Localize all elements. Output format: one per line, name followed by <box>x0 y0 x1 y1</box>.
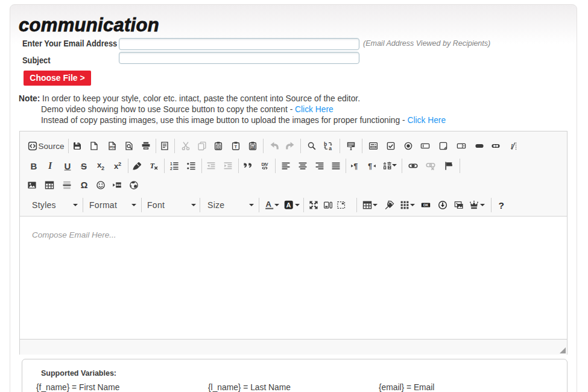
svg-text:?: ? <box>498 200 504 210</box>
svg-text:T: T <box>235 144 238 150</box>
svg-text:A: A <box>286 201 291 209</box>
svg-text:W: W <box>251 145 255 148</box>
svg-text:b: b <box>324 141 327 147</box>
svg-text:A: A <box>266 200 272 209</box>
svg-text:Ω: Ω <box>81 180 88 190</box>
svg-text:¶: ¶ <box>368 162 372 170</box>
svg-text:2: 2 <box>170 166 172 170</box>
svg-text:OK: OK <box>423 203 429 207</box>
svg-text:DIV: DIV <box>261 161 268 166</box>
svg-text:PDF: PDF <box>110 145 116 149</box>
svg-text:¶: ¶ <box>353 162 358 170</box>
svg-text:T: T <box>150 161 155 169</box>
svg-text:a: a <box>329 145 332 151</box>
svg-text:1: 1 <box>170 162 172 166</box>
